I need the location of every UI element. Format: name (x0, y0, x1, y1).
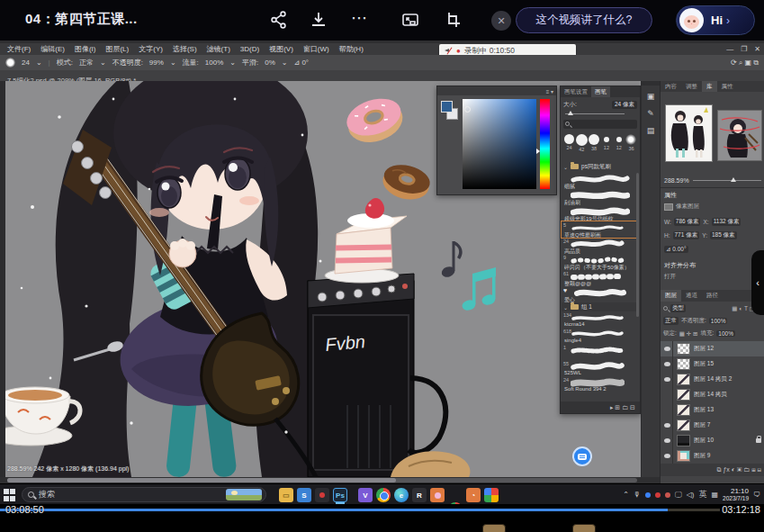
account-button[interactable]: Hi › (676, 5, 755, 35)
brush-size-slider[interactable] (565, 113, 625, 114)
color-panel-header[interactable]: ≡ ▾ (437, 86, 556, 95)
window-close-icon[interactable]: ✕ (754, 45, 760, 53)
taskbar-app-tile[interactable] (484, 488, 499, 502)
tab-content[interactable]: 内容 (661, 81, 681, 92)
visibility-toggle[interactable] (662, 341, 673, 356)
display-icon[interactable]: 🖵 (675, 491, 682, 500)
saturation-value-field[interactable] (463, 99, 536, 189)
brush-tip[interactable]: 36 (625, 132, 637, 159)
visibility-toggle[interactable] (662, 356, 673, 372)
chevron-down-icon[interactable]: ⌄ (36, 59, 42, 67)
menu-image[interactable]: 图像(I) (75, 44, 96, 54)
tab-libraries[interactable]: 库 (702, 81, 717, 92)
progress-track[interactable] (0, 509, 720, 511)
menu-type[interactable]: 文字(Y) (139, 44, 163, 54)
zoom-slider[interactable] (693, 180, 761, 181)
hue-slider-thumb[interactable] (536, 149, 540, 154)
tab-paths[interactable]: 路径 (702, 290, 723, 302)
notification-icon[interactable]: 🗨 (753, 491, 760, 499)
taskbar-app-r[interactable]: R (412, 488, 427, 502)
menu-filter[interactable]: 滤镜(T) (207, 44, 230, 54)
visibility-toggle[interactable] (662, 448, 673, 464)
brush-item[interactable]: 134ktcma14 (562, 311, 637, 328)
x-value[interactable]: 1132 像素 (712, 218, 742, 226)
align-distribute-header[interactable]: 对齐并分布 (664, 261, 761, 270)
layer-row[interactable]: 图层 12 (661, 341, 764, 356)
smoothing-value[interactable]: 0% (265, 59, 275, 67)
minimize-icon[interactable]: — (726, 45, 733, 53)
ps-horizontal-scrollbar[interactable] (7, 478, 637, 482)
taskbar-app-clock[interactable]: ◔ (466, 488, 481, 502)
open-row[interactable]: 打开 (664, 273, 761, 281)
brush-group-row[interactable]: ⌄ 组 1 (562, 302, 637, 311)
taskbar-app-s[interactable]: S (297, 488, 311, 502)
brush-tip[interactable]: 12 (600, 132, 612, 159)
visibility-toggle[interactable] (662, 418, 673, 433)
menu-3d[interactable]: 3D(D) (240, 45, 259, 53)
layer-row[interactable]: 图层 13 (661, 402, 764, 418)
brush-item[interactable]: 55525WL (562, 360, 637, 376)
filter-type[interactable]: 类型 (670, 304, 686, 312)
taskbar-app-orange[interactable] (430, 488, 445, 502)
side-drawer-toggle[interactable]: ‹ (751, 250, 764, 315)
restore-icon[interactable]: ❐ (741, 45, 747, 53)
ai-ask-button[interactable]: 这个视频讲了什么? (516, 7, 652, 33)
layer-thumbnail[interactable] (677, 358, 690, 370)
brush-item[interactable]: 5草速Q性磨刷画 (562, 221, 637, 238)
foreground-color-swatch[interactable] (441, 101, 453, 113)
tab-channels[interactable]: 通道 (681, 290, 702, 302)
mode-value[interactable]: 正常 (79, 58, 94, 68)
brush-item[interactable]: ♥爱心 (562, 286, 637, 302)
height-value[interactable]: 771 像素 (673, 231, 700, 239)
menu-layer[interactable]: 图层(L) (105, 44, 129, 54)
progress-fill[interactable] (0, 509, 668, 511)
taskbar-edge[interactable]: e (394, 488, 409, 502)
brush-size-slider-thumb[interactable] (568, 111, 573, 115)
brush-tip[interactable]: 42 (576, 132, 588, 159)
menu-help[interactable]: 帮助(H) (339, 44, 364, 54)
menu-dots-icon[interactable]: ≡ ▾ (546, 88, 553, 95)
visibility-toggle[interactable] (662, 372, 673, 387)
chevron-down-icon[interactable]: ⌄ (100, 59, 106, 67)
taskbar-search[interactable]: 搜索 (22, 487, 266, 502)
volume-icon[interactable]: ◁) (687, 491, 695, 499)
close-button[interactable]: ✕ (491, 11, 511, 31)
tray-red-icon[interactable] (655, 492, 661, 498)
brush-search-input[interactable] (563, 120, 637, 129)
tab-layers[interactable]: 图层 (661, 290, 681, 302)
brush-panel-scrollbar[interactable] (636, 173, 639, 317)
blend-mode-select[interactable]: 正常 (663, 317, 679, 325)
tab-brush-settings[interactable]: 画笔设置 (561, 86, 591, 97)
visibility-toggle[interactable] (662, 387, 673, 402)
flow-value[interactable]: 100% (205, 59, 223, 67)
brush-tip[interactable]: 24 (563, 132, 575, 159)
layer-opacity[interactable]: 100% (709, 318, 728, 324)
width-value[interactable]: 786 像素 (674, 218, 701, 226)
tab-properties[interactable]: 属性 (717, 81, 738, 92)
tray-red-icon-2[interactable] (665, 492, 670, 498)
lock-icons[interactable]: ▦ ✛ ⊞ (679, 330, 698, 338)
tab-adjustments[interactable]: 调整 (681, 81, 702, 92)
visibility-toggle[interactable] (662, 433, 673, 448)
brush-tip[interactable]: 38 (589, 132, 600, 159)
download-button[interactable] (309, 10, 328, 30)
brush-item[interactable]: 细腻 (562, 173, 637, 189)
layer-fill[interactable]: 100% (716, 330, 735, 337)
layer-row[interactable]: 图层 9 (661, 448, 764, 464)
layer-thumbnail[interactable] (677, 374, 690, 385)
menu-edit[interactable]: 编辑(E) (40, 44, 65, 54)
layer-row[interactable]: 图层 7 (661, 418, 764, 433)
brush-preview-icon[interactable] (5, 58, 15, 68)
layer-row[interactable]: 图层 10 (661, 433, 764, 448)
brush-item[interactable]: 24高品质 (562, 238, 637, 254)
layer-thumbnail[interactable] (677, 435, 690, 446)
share-button[interactable] (269, 10, 289, 30)
visibility-toggle[interactable] (662, 402, 673, 418)
options-extra-icons[interactable]: ⟳ ⌕ ▣ ⧉ (731, 59, 759, 68)
brush-size-value[interactable]: 24 像素 (612, 101, 637, 109)
artwork-thumbnail[interactable] (717, 110, 762, 161)
layer-row[interactable]: 图层 14 拷贝 (661, 387, 764, 402)
menu-window[interactable]: 窗口(W) (303, 44, 329, 54)
scrollbar-thumb[interactable] (7, 478, 396, 482)
input-language[interactable]: 英 (699, 489, 707, 500)
